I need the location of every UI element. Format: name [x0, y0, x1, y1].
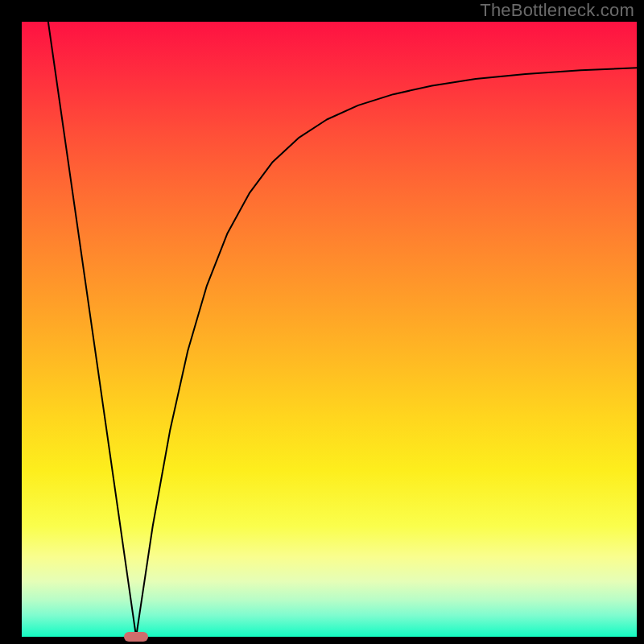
watermark-text: TheBottleneck.com	[480, 0, 634, 21]
bottleneck-curve	[48, 22, 637, 637]
chart-frame: TheBottleneck.com	[0, 0, 644, 644]
optimal-marker	[124, 632, 148, 642]
curve-layer	[22, 22, 637, 637]
plot-area	[22, 22, 637, 637]
